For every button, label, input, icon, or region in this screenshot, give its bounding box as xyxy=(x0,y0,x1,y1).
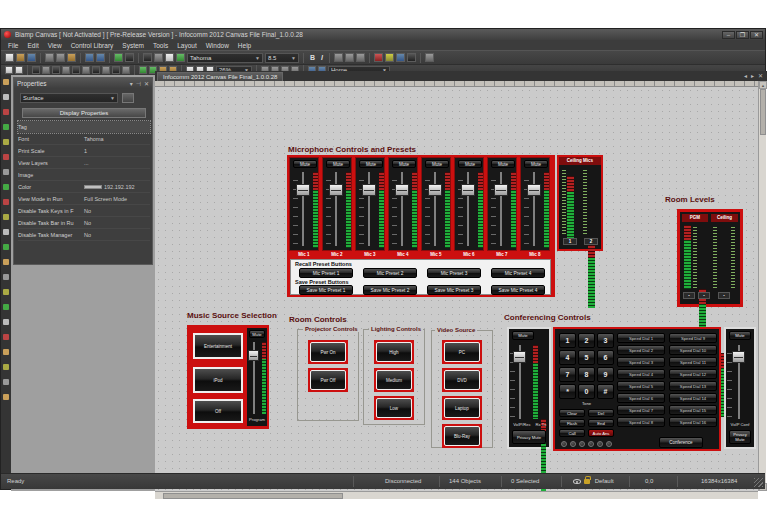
tool-palette-icon[interactable] xyxy=(3,214,9,220)
undo-icon[interactable] xyxy=(85,53,94,62)
keypad-key[interactable]: 1 xyxy=(559,333,576,348)
tool-palette-icon[interactable] xyxy=(3,289,9,295)
horizontal-scrollbar[interactable] xyxy=(155,491,758,499)
property-row[interactable]: Font Tahoma xyxy=(18,133,150,145)
image-control-icon[interactable] xyxy=(92,66,100,74)
mic-mute-button[interactable]: Mute xyxy=(293,160,317,168)
tool-palette-icon[interactable] xyxy=(3,364,9,370)
speed-dial-button[interactable]: Speed Dial 11 xyxy=(669,357,717,367)
lock-icon[interactable] xyxy=(584,479,590,484)
save-preset-button[interactable]: Save Mic Preset 1 xyxy=(299,285,353,295)
help-icon[interactable] xyxy=(125,53,134,62)
speed-dial-button[interactable]: Speed Dial 9 xyxy=(669,333,717,343)
align-right-icon[interactable] xyxy=(356,53,365,62)
vertical-scrollbar[interactable]: ▲ ▼ xyxy=(758,81,766,491)
program-fader-thumb[interactable] xyxy=(248,350,259,361)
privacy-mute-button[interactable]: Privacy Mute xyxy=(512,430,546,444)
keypad-key[interactable]: 5 xyxy=(578,350,595,365)
dialer-del-button[interactable]: Del xyxy=(588,409,614,417)
dialer-clear-button[interactable]: Clear xyxy=(559,409,585,417)
keypad-key[interactable]: 6 xyxy=(597,350,614,365)
fader-thumb[interactable] xyxy=(461,184,475,196)
keypad-key[interactable]: 4 xyxy=(559,350,576,365)
dialer-flash-button[interactable]: Flash xyxy=(559,419,585,427)
mic-mute-button[interactable]: Mute xyxy=(326,160,350,168)
maximize-button[interactable]: ❐ xyxy=(736,31,749,39)
line-color-icon[interactable] xyxy=(396,53,405,62)
horizontal-scrollbar-thumb[interactable] xyxy=(163,493,343,499)
fader-thumb[interactable] xyxy=(428,184,442,196)
menu-file[interactable]: File xyxy=(8,42,18,49)
shape-color-icon[interactable] xyxy=(385,53,394,62)
tab-scroll-right-icon[interactable]: ▸ xyxy=(751,72,754,79)
new-file-icon[interactable] xyxy=(5,53,14,62)
speed-dial-button[interactable]: Speed Dial 8 xyxy=(617,417,665,427)
save-preset-button[interactable]: Save Mic Preset 2 xyxy=(363,285,417,295)
speed-dial-button[interactable]: Speed Dial 1 xyxy=(617,333,665,343)
property-row[interactable]: Disable Task Bar in Ru No xyxy=(18,217,150,229)
open-file-icon[interactable] xyxy=(16,53,25,62)
minimize-button[interactable]: – xyxy=(722,31,735,39)
menu-layout[interactable]: Layout xyxy=(177,42,197,49)
tool-palette-icon[interactable] xyxy=(3,304,9,310)
menu-tools[interactable]: Tools xyxy=(153,42,168,49)
keypad-key[interactable]: 8 xyxy=(578,367,595,382)
dialer-call-button[interactable]: Call xyxy=(559,429,585,437)
tool-palette-icon[interactable] xyxy=(3,379,9,385)
document-tab[interactable]: Infocomm 2012 Canvas File Final_1.0.0.28 xyxy=(157,72,283,81)
font-select[interactable]: Tahoma▼ xyxy=(187,53,263,63)
add-icon[interactable] xyxy=(114,53,123,62)
selector-control-icon[interactable] xyxy=(122,66,130,74)
fader-control-icon[interactable] xyxy=(42,66,50,74)
vertical-scrollbar-thumb[interactable] xyxy=(760,89,766,135)
resize-grip[interactable] xyxy=(754,478,763,487)
tool-palette-icon[interactable] xyxy=(3,319,9,325)
property-row-color[interactable]: Color 192.192.192 xyxy=(18,181,150,193)
keypad-key[interactable]: 9 xyxy=(597,367,614,382)
auto-answer-button[interactable]: Auto Ans xyxy=(588,429,614,437)
paste-icon[interactable] xyxy=(67,53,76,62)
refresh-icon[interactable] xyxy=(176,53,185,62)
mic-mute-button[interactable]: Mute xyxy=(524,160,548,168)
property-row[interactable]: Print Scale 1 xyxy=(18,145,150,157)
music-source-button[interactable]: iPod xyxy=(193,367,243,393)
program-mute-button[interactable]: Mute xyxy=(249,330,265,338)
mic-preset-button[interactable]: Mic Preset 3 xyxy=(427,268,481,278)
property-row[interactable]: View Layers ... xyxy=(18,157,150,169)
menu-system[interactable]: System xyxy=(122,42,144,49)
tool-palette-icon[interactable] xyxy=(3,244,9,250)
keypad-key[interactable]: 7 xyxy=(559,367,576,382)
speed-dial-button[interactable]: Speed Dial 4 xyxy=(617,369,665,379)
button-control-icon[interactable] xyxy=(32,66,40,74)
tool-palette-icon[interactable] xyxy=(3,259,9,265)
tool-palette-icon[interactable] xyxy=(3,229,9,235)
text-color-icon[interactable] xyxy=(407,53,416,62)
property-grid-icon[interactable] xyxy=(122,93,134,103)
menu-window[interactable]: Window xyxy=(206,42,229,49)
tab-scroll-left-icon[interactable]: ◂ xyxy=(744,72,747,79)
conf-mute-button[interactable]: Mute xyxy=(729,331,751,340)
speed-dial-button[interactable]: Speed Dial 5 xyxy=(617,381,665,391)
keypad-key[interactable]: 0 xyxy=(578,384,595,399)
panel-close-icon[interactable]: ✕ xyxy=(144,80,149,87)
fader-thumb[interactable] xyxy=(296,184,310,196)
music-source-button[interactable]: Entertainment xyxy=(193,333,243,359)
property-row[interactable]: Disable Task Manager No xyxy=(18,229,150,241)
label-control-icon[interactable] xyxy=(82,66,90,74)
tool-palette-icon[interactable] xyxy=(3,394,9,400)
conference-button[interactable]: Conference xyxy=(659,437,703,448)
close-button[interactable]: ✕ xyxy=(750,31,763,39)
redo-icon[interactable] xyxy=(96,53,105,62)
label-icon[interactable] xyxy=(165,53,174,62)
menu-edit[interactable]: Edit xyxy=(27,42,38,49)
property-row[interactable]: View Mode in Run Full Screen Mode xyxy=(18,193,150,205)
speed-dial-button[interactable]: Speed Dial 14 xyxy=(669,393,717,403)
led-control-icon[interactable] xyxy=(62,66,70,74)
music-source-button[interactable]: Off xyxy=(193,399,243,423)
menu-control-library[interactable]: Control Library xyxy=(71,42,114,49)
conf-fader-thumb[interactable] xyxy=(732,351,745,363)
tool-palette-icon[interactable] xyxy=(3,109,9,115)
tool-palette-icon[interactable] xyxy=(3,349,9,355)
speed-dial-button[interactable]: Speed Dial 15 xyxy=(669,405,717,415)
property-target-select[interactable]: Surface▼ xyxy=(20,93,118,103)
